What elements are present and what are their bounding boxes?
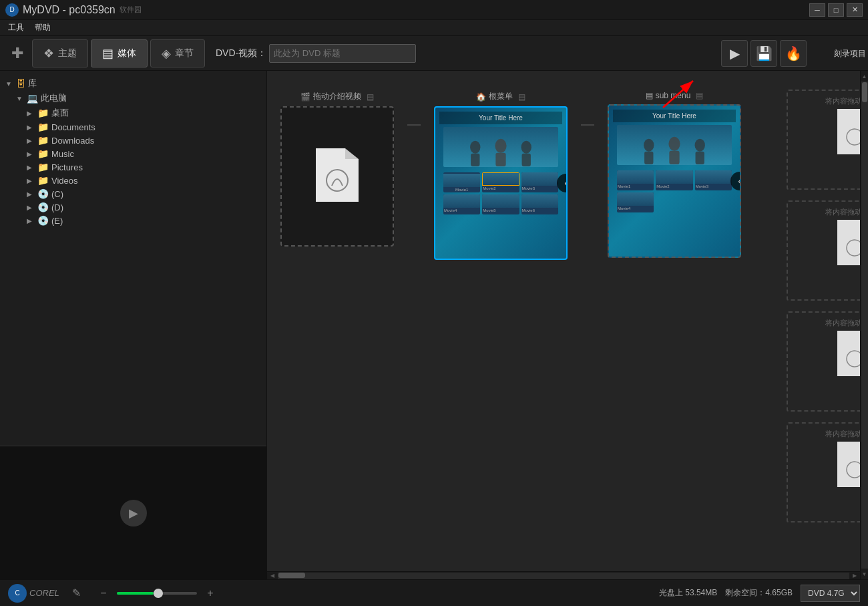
burn-project-label: 刻录项目	[834, 47, 866, 59]
svg-rect-10	[644, 152, 653, 164]
tree-item-pictures[interactable]: ▶ 📁 Pictures	[5, 160, 261, 174]
svg-point-5	[495, 139, 506, 153]
expand-icon-downloads: ▶	[27, 137, 35, 144]
movie-label-3: Movie3	[521, 186, 558, 191]
movie-label-6: Movie6	[521, 208, 558, 213]
connector-2	[581, 124, 594, 126]
sub-grid-icon: ▤	[696, 91, 703, 100]
save-button[interactable]: 💾	[750, 40, 777, 67]
zoom-slider: − +	[94, 584, 220, 603]
documents-label: Documents	[51, 122, 95, 132]
people-silhouette-main	[443, 134, 558, 167]
dvd-title-input[interactable]	[269, 44, 416, 63]
slider-fill	[117, 592, 154, 595]
this-pc-icon: 💻	[27, 93, 38, 104]
slot-file-icon-2	[837, 220, 860, 265]
sub-movie-label-3: Movie3	[695, 184, 732, 189]
sub-people-silhouette	[617, 132, 732, 165]
content-slot-1[interactable]: 将内容拖动至此处 ▤	[787, 90, 860, 190]
zoom-out-button[interactable]: −	[94, 584, 113, 603]
minimize-button[interactable]: ─	[809, 3, 825, 17]
zoom-in-button[interactable]: +	[201, 584, 220, 603]
slot-file-icon-4	[837, 442, 860, 487]
root-menu-header: 🏠 根菜单 ▤	[476, 91, 525, 102]
media-icon: ▤	[102, 46, 114, 61]
movie-label-4: Movie4	[443, 208, 480, 213]
disk-usage: 光盘上 53.54MB	[659, 587, 717, 599]
this-pc-label: 此电脑	[41, 92, 67, 104]
root-menu-label: 根菜单	[489, 91, 513, 102]
movie-thumb-3: Movie3	[521, 172, 558, 192]
slider-track[interactable]	[117, 592, 197, 595]
menu-tools[interactable]: 工具	[3, 21, 29, 35]
tree-item-downloads[interactable]: ▶ 📁 Downloads	[5, 134, 261, 147]
tree-item-drive-c[interactable]: ▶ 💿 (C)	[5, 187, 261, 200]
music-folder-icon: 📁	[37, 148, 49, 159]
movie-label-1: Movie1	[455, 187, 469, 192]
toolbar: ✚ ❖ 主题 ▤ 媒体 ◈ 章节 DVD-视频： ▶ 💾 🔥 刻录项目	[0, 36, 868, 71]
tab-chapter[interactable]: ◈ 章节	[150, 39, 205, 67]
slider-thumb[interactable]	[154, 589, 163, 598]
maximize-button[interactable]: □	[828, 3, 844, 17]
corel-circle-icon: C	[8, 584, 27, 603]
intro-panel-label: 拖动介绍视频	[313, 91, 361, 102]
sub-menu-icon: ▤	[646, 91, 653, 100]
play-button[interactable]: ▶	[721, 40, 748, 67]
menu-bar: 工具 帮助	[0, 20, 868, 36]
movie-thumb-1: Movie1	[443, 172, 480, 192]
desktop-folder-icon: 📁	[37, 108, 49, 118]
tree-item-drive-d[interactable]: ▶ 💿 (D)	[5, 200, 261, 214]
slot-file-icon-1	[837, 109, 860, 154]
scroll-thumb-horizontal[interactable]	[278, 573, 305, 578]
tree-item-documents[interactable]: ▶ 📁 Documents	[5, 120, 261, 134]
expand-icon-desktop: ▶	[27, 110, 35, 117]
scroll-left-arrow[interactable]: ◀	[267, 572, 278, 580]
scroll-track-horizontal	[278, 573, 849, 579]
documents-folder-icon: 📁	[37, 122, 49, 132]
tab-theme[interactable]: ❖ 主题	[32, 39, 88, 67]
content-slot-3[interactable]: 将内容拖动至此处 ▤	[787, 311, 860, 412]
menu-help[interactable]: 帮助	[29, 21, 56, 35]
content-slot-2[interactable]: 将内容拖动至此处 ▤	[787, 200, 860, 301]
scroll-down-arrow[interactable]: ▼	[861, 569, 869, 579]
edit-button[interactable]: ✎	[67, 584, 86, 603]
edit-icon: ✎	[72, 587, 81, 599]
titlebar-controls: ─ □ ✕	[809, 3, 863, 17]
tab-media[interactable]: ▤ 媒体	[91, 39, 148, 67]
intro-panel-border[interactable]	[280, 106, 394, 247]
tree-item-library[interactable]: ▼ 🗄 库	[5, 76, 261, 91]
chapter-icon: ◈	[162, 46, 171, 61]
burn-button[interactable]: 🔥 刻录项目	[780, 40, 807, 67]
close-button[interactable]: ✕	[847, 3, 863, 17]
titlebar-left: D MyDVD - pc0359cn 软件园	[5, 3, 142, 17]
intro-panel-header: 🎬 拖动介绍视频 ▤	[300, 91, 374, 102]
dvd-label: DVD-视频：	[216, 47, 266, 59]
file-document-icon	[316, 148, 359, 202]
tree-item-videos[interactable]: ▶ 📁 Videos	[5, 174, 261, 187]
svg-rect-8	[522, 154, 531, 166]
expand-icon-pc: ▼	[16, 95, 24, 102]
preview-panel: ▶	[0, 446, 266, 579]
theme-icon: ❖	[43, 46, 54, 61]
pictures-folder-icon: 📁	[37, 162, 49, 172]
scroll-track-vertical	[861, 82, 868, 569]
drive-d-label: (D)	[51, 202, 63, 212]
main-area: ▼ 🗄 库 ▼ 💻 此电脑 ▶ 📁 桌面 ▶ 📁 Documents	[0, 71, 868, 579]
preview-play-button[interactable]: ▶	[120, 500, 147, 526]
scroll-up-arrow[interactable]: ▲	[861, 71, 869, 82]
tree-item-music[interactable]: ▶ 📁 Music	[5, 147, 261, 160]
root-menu-border[interactable]: Your Title Here	[434, 106, 568, 260]
svg-rect-4	[471, 154, 479, 166]
corel-text: COREL	[29, 588, 59, 598]
scroll-right-arrow[interactable]: ▶	[849, 572, 860, 580]
tree-item-this-pc[interactable]: ▼ 💻 此电脑	[5, 91, 261, 106]
tree-item-drive-e[interactable]: ▶ 💿 (E)	[5, 214, 261, 227]
tree-item-desktop[interactable]: ▶ 📁 桌面	[5, 106, 261, 120]
sub-menu-border[interactable]: Your Title Here	[608, 104, 741, 258]
sub-menu-panel: ▤ sub menu ▤ Your Title Here	[608, 91, 741, 258]
sub-menu-header: ▤ sub menu ▤	[646, 91, 704, 100]
dvd-type-select[interactable]: DVD 4.7G DVD 8.5G BD 25G	[801, 585, 860, 602]
scroll-thumb-vertical[interactable]	[862, 82, 867, 102]
content-slot-4[interactable]: 将内容拖动至此处 ▤	[787, 422, 860, 522]
canvas-area: 🎬 拖动介绍视频 ▤	[267, 71, 860, 571]
